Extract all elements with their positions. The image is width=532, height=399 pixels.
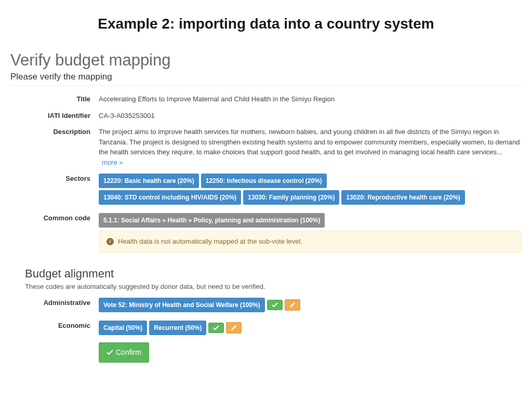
field-title: Title Accelerating Efforts to Improve Ma…	[10, 94, 522, 104]
sector-badge[interactable]: 12250: Infectious disease control (20%)	[201, 174, 327, 188]
pencil-icon	[289, 302, 296, 308]
field-administrative-label: Administrative	[10, 298, 99, 314]
field-economic: Economic Capital (50%) Recurrent (50%) C…	[10, 321, 522, 365]
confirm-button-label: Confirm	[116, 347, 141, 358]
field-economic-label: Economic	[10, 321, 99, 365]
field-description-label: Description	[10, 127, 99, 167]
budget-heading: Budget alignment	[25, 267, 522, 281]
sector-badge[interactable]: 13030: Family planning (20%)	[243, 190, 339, 205]
common-code-badge[interactable]: 5.1.1: Social Affairs » Health » Policy,…	[99, 213, 325, 228]
approve-button[interactable]	[208, 323, 224, 333]
sector-badge[interactable]: 12220: Basic health care (20%)	[99, 174, 199, 188]
field-sectors-label: Sectors	[10, 174, 99, 207]
check-icon	[272, 302, 278, 308]
more-link[interactable]: more »	[102, 158, 123, 166]
field-iati-label: IATI Identifier	[10, 111, 99, 121]
field-iati: IATI Identifier CA-3-A035253001	[10, 111, 522, 121]
budget-subheading: These codes are automatically suggested …	[25, 283, 522, 290]
description-text: The project aims to improve health servi…	[99, 128, 520, 156]
sector-badge[interactable]: 13020: Reproductive health care (20%)	[341, 190, 464, 205]
info-icon: i	[107, 238, 114, 245]
check-icon	[213, 325, 219, 330]
edit-button[interactable]	[285, 299, 300, 311]
field-title-label: Title	[10, 94, 99, 104]
check-icon	[107, 350, 113, 355]
field-common-code: Common code 5.1.1: Social Affairs » Heal…	[10, 213, 522, 252]
field-description-value: The project aims to improve health servi…	[99, 127, 522, 167]
economic-badge[interactable]: Recurrent (50%)	[149, 321, 206, 335]
field-iati-value: CA-3-A035253001	[99, 111, 522, 121]
field-administrative: Administrative Vote 52: Ministry of Heal…	[10, 298, 522, 314]
field-title-value: Accelerating Efforts to Improve Maternal…	[99, 94, 522, 104]
field-sectors: Sectors 12220: Basic health care (20%) 1…	[10, 174, 522, 207]
confirm-button[interactable]: Confirm	[99, 342, 149, 363]
warning-alert: i Health data is not automatically mappe…	[99, 231, 522, 252]
warning-text: Health data is not automatically mapped …	[118, 236, 302, 247]
slide-title: Example 2: importing data into a country…	[10, 16, 522, 32]
field-description: Description The project aims to improve …	[10, 127, 522, 167]
sector-badge[interactable]: 13040: STD control including HIV/AIDS (2…	[99, 190, 241, 205]
page-heading: Verify budget mapping	[10, 51, 522, 70]
admin-badge[interactable]: Vote 52: Ministry of Health and Social W…	[99, 298, 265, 312]
approve-button[interactable]	[267, 300, 283, 310]
economic-badge[interactable]: Capital (50%)	[99, 321, 147, 335]
pencil-icon	[231, 325, 237, 331]
field-common-code-label: Common code	[10, 213, 99, 252]
edit-button[interactable]	[226, 322, 242, 334]
page-subheading: Please verify the mapping	[10, 72, 522, 86]
